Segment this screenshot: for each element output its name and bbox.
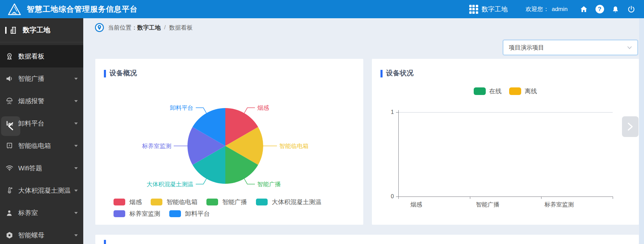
legend-label: 大体积混凝土测温: [272, 198, 321, 206]
y-axis-label: 0: [382, 193, 394, 200]
sidebar-item-concrete-temperature[interactable]: 大体积混凝土测温: [0, 179, 83, 202]
x-axis-label: 标养室监测: [535, 201, 583, 209]
sidebar-item-label: 数据看板: [18, 52, 44, 61]
title-accent-bar: [104, 240, 106, 244]
sidebar-item-label: 智能螺母: [18, 231, 44, 240]
person-icon: [4, 209, 14, 217]
legend-item[interactable]: 标养室监测: [114, 210, 160, 218]
pie-label: 大体积混凝土测温: [147, 181, 193, 188]
legend-item[interactable]: 大体积混凝土测温: [256, 198, 321, 206]
page-title: 智慧工地综合管理服务信息平台: [27, 4, 138, 14]
breadcrumb-root[interactable]: 数字工地: [137, 24, 161, 32]
x-axis-tick: [541, 197, 541, 199]
smoke-detector-icon: [4, 97, 14, 105]
bottom-card-partial: [95, 235, 639, 244]
username[interactable]: admin: [552, 6, 568, 13]
sidebar-item-power-box[interactable]: 智能临电箱: [0, 135, 83, 157]
welcome-label: 欢迎您：: [526, 5, 549, 13]
next-page-button[interactable]: [622, 116, 638, 137]
sidebar-item-curing-room[interactable]: 标养室: [0, 202, 83, 224]
gridline: [398, 112, 613, 113]
brand-label: 数字工地: [23, 25, 50, 35]
wifi-icon: [4, 164, 14, 172]
medal-icon: [4, 52, 14, 60]
pie-label: 烟感: [257, 105, 269, 111]
vertical-scrollbar[interactable]: [639, 18, 644, 244]
sidebar-item-smart-nut[interactable]: 智能螺母: [0, 224, 83, 244]
y-axis-tick: [396, 197, 398, 197]
location-pin-icon: [95, 23, 104, 32]
app-logo-icon: [8, 3, 21, 16]
project-select-value: 项目演示项目: [509, 44, 544, 52]
bell-icon[interactable]: [608, 0, 623, 18]
device-status-card: 设备状况 在线离线 01烟感智能广播标养室监测: [372, 59, 639, 225]
breadcrumb-current[interactable]: 数据看板: [169, 24, 193, 32]
home-icon[interactable]: [576, 0, 592, 18]
sidebar-item-broadcast[interactable]: 智能广播: [0, 67, 83, 90]
chevron-down-icon: [74, 123, 78, 125]
sidebar: 数字工地 数据看板 智能广播 烟感报警 卸料平台: [0, 18, 83, 244]
sidebar-item-label: Wifi答题: [18, 164, 42, 173]
legend-item[interactable]: 烟感: [114, 198, 142, 206]
legend-label: 标养室监测: [129, 210, 160, 218]
legend-label: 智能临电箱: [167, 198, 197, 206]
speaker-icon: [4, 75, 14, 83]
main-content: 当前位置： 数字工地 / 数据看板 项目演示项目 设备概况 烟感智能临电箱智能广…: [83, 18, 644, 244]
pie-label-line: [244, 108, 255, 113]
pie-label: 卸料平台: [170, 105, 193, 111]
legend-item[interactable]: 智能临电箱: [151, 198, 197, 206]
pie-label: 智能广播: [257, 181, 281, 188]
x-axis-tick: [613, 197, 613, 199]
chevron-down-icon: [74, 212, 78, 214]
pie-legend: 烟感智能临电箱智能广播大体积混凝土测温标养室监测卸料平台: [114, 198, 363, 218]
sidebar-menu: 数据看板 智能广播 烟感报警 卸料平台: [0, 42, 83, 244]
chevron-left-icon: [8, 122, 13, 130]
pie-label: 标养室监测: [142, 143, 171, 149]
pie-label: 智能临电箱: [279, 143, 309, 149]
sidebar-item-label: 卸料平台: [18, 119, 44, 128]
sidebar-item-dashboard[interactable]: 数据看板: [0, 45, 83, 67]
device-overview-card: 设备概况 烟感智能临电箱智能广播大体积混凝土测温标养室监测卸料平台 烟感智能临电…: [95, 59, 363, 225]
power-icon[interactable]: [623, 0, 639, 18]
help-icon[interactable]: ?: [592, 0, 608, 18]
legend-label: 卸料平台: [185, 210, 210, 218]
legend-label: 智能广播: [222, 198, 247, 206]
y-axis-tick: [396, 112, 398, 113]
chevron-down-icon: [74, 145, 78, 147]
legend-swatch: [206, 199, 218, 205]
sidebar-item-label: 烟感报警: [18, 97, 44, 106]
sidebar-brand[interactable]: 数字工地: [0, 18, 83, 42]
thermometer-icon: [4, 187, 14, 194]
chevron-down-icon: [627, 46, 632, 49]
breadcrumb-separator: /: [164, 24, 166, 31]
pie-label-line: [244, 179, 255, 184]
app-switcher[interactable]: 数字工地: [469, 5, 508, 14]
x-axis-label: 烟感: [392, 201, 440, 209]
sidebar-item-label: 标养室: [18, 209, 38, 218]
pie-label-line: [196, 108, 206, 113]
sidebar-collapse-button[interactable]: [1, 116, 20, 136]
x-axis-tick: [398, 197, 399, 199]
app-switcher-label: 数字工地: [482, 5, 508, 14]
legend-swatch: [114, 210, 125, 217]
sidebar-item-label: 大体积混凝土测温: [18, 186, 71, 195]
sidebar-item-wifi-quiz[interactable]: Wifi答题: [0, 157, 83, 179]
legend-item[interactable]: 智能广播: [206, 198, 247, 206]
device-overview-pie-chart[interactable]: 烟感智能临电箱智能广播大体积混凝土测温标养室监测卸料平台: [95, 79, 363, 197]
sidebar-item-smoke-alarm[interactable]: 烟感报警: [0, 90, 83, 112]
breadcrumb-label: 当前位置：: [108, 24, 137, 32]
grid-icon: [469, 5, 478, 14]
chevron-down-icon: [74, 234, 78, 236]
brand-accent-bar: [5, 27, 7, 34]
project-select[interactable]: 项目演示项目: [503, 40, 638, 55]
y-axis-label: 1: [382, 109, 394, 115]
x-axis-tick: [470, 197, 470, 199]
nut-icon: [4, 231, 14, 239]
legend-item[interactable]: 卸料平台: [169, 210, 210, 218]
x-axis-label: 智能广播: [464, 201, 512, 209]
legend-swatch: [151, 199, 162, 205]
chevron-right-icon: [627, 123, 633, 131]
chevron-down-icon: [74, 167, 78, 169]
x-axis-line: [398, 197, 613, 197]
sidebar-item-label: 智能临电箱: [18, 141, 51, 150]
